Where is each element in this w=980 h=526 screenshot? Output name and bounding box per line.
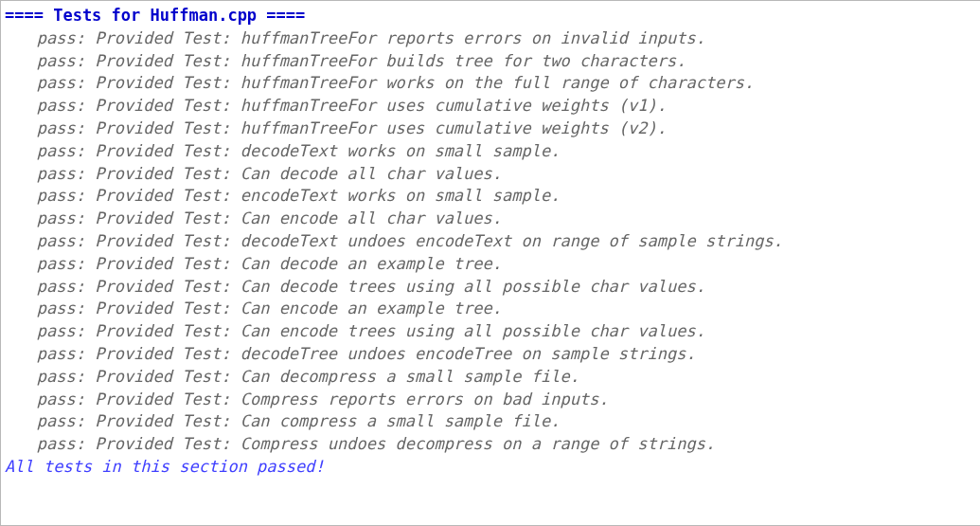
test-section-header: ==== Tests for Huffman.cpp ==== <box>5 5 976 27</box>
console-output: ==== Tests for Huffman.cpp ==== pass: Pr… <box>0 0 980 526</box>
test-result-line: pass: Provided Test: Compress undoes dec… <box>5 433 976 456</box>
test-result-line: pass: Provided Test: huffmanTreeFor buil… <box>5 50 976 73</box>
test-result-line: pass: Provided Test: Compress reports er… <box>5 389 976 411</box>
test-result-line: pass: Provided Test: huffmanTreeFor repo… <box>5 27 976 50</box>
test-result-line: pass: Provided Test: Can decode an examp… <box>5 253 976 276</box>
test-result-line: pass: Provided Test: Can decode trees us… <box>5 276 976 299</box>
test-result-line: pass: Provided Test: decodeText works on… <box>5 140 976 163</box>
test-result-line: pass: Provided Test: Can encode all char… <box>5 208 976 230</box>
test-result-line: pass: Provided Test: Can decode all char… <box>5 163 976 186</box>
test-result-line: pass: Provided Test: decodeTree undoes e… <box>5 343 976 366</box>
test-result-line: pass: Provided Test: huffmanTreeFor uses… <box>5 95 976 118</box>
test-result-line: pass: Provided Test: Can decompress a sm… <box>5 366 976 389</box>
test-result-line: pass: Provided Test: encodeText works on… <box>5 185 976 208</box>
test-result-line: pass: Provided Test: Can encode an examp… <box>5 298 976 320</box>
test-result-line: pass: Provided Test: huffmanTreeFor work… <box>5 72 976 95</box>
section-summary: All tests in this section passed! <box>5 456 976 479</box>
test-result-line: pass: Provided Test: huffmanTreeFor uses… <box>5 118 976 140</box>
test-lines-container: pass: Provided Test: huffmanTreeFor repo… <box>5 27 976 456</box>
test-result-line: pass: Provided Test: Can encode trees us… <box>5 320 976 343</box>
test-result-line: pass: Provided Test: decodeText undoes e… <box>5 230 976 253</box>
test-result-line: pass: Provided Test: Can compress a smal… <box>5 410 976 433</box>
